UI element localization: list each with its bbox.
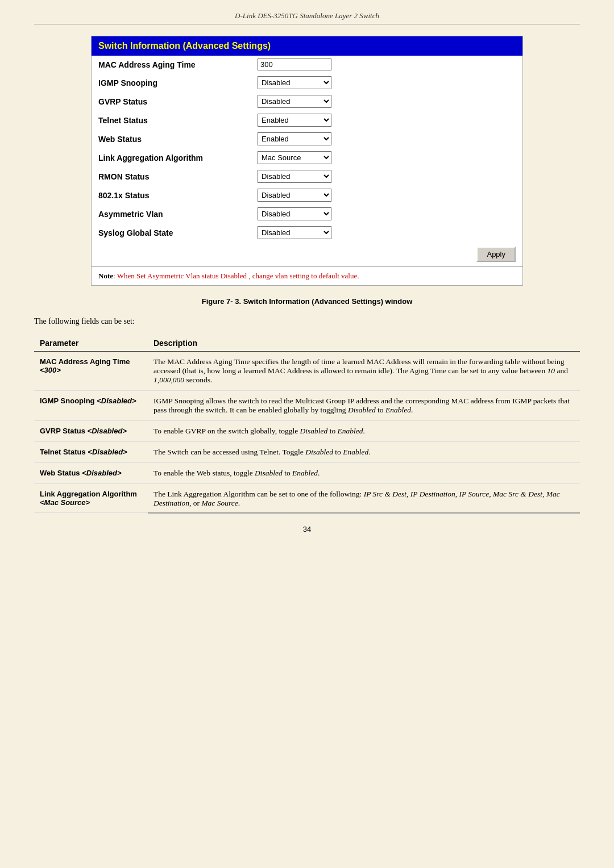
param-name-3: Telnet Status <Disabled> — [34, 442, 148, 463]
param-name-5: Link Aggregation Algorithm <Mac Source> — [34, 484, 148, 513]
field-label-6: RMON Status — [92, 167, 251, 186]
header-title: D-Link DES-3250TG Standalone Layer 2 Swi… — [235, 11, 379, 20]
field-input-9[interactable]: DisabledEnabled — [251, 223, 522, 242]
field-input-5[interactable]: Mac SourceIP Src & DestIP DestinationIP … — [251, 148, 522, 167]
page-number: 34 — [34, 525, 580, 533]
param-desc-1: IGMP Snooping allows the switch to read … — [148, 391, 580, 421]
select-2[interactable]: DisabledEnabled — [258, 95, 331, 108]
select-8[interactable]: DisabledEnabled — [258, 207, 331, 220]
param-desc-5: The Link Aggregation Algorithm can be se… — [148, 484, 580, 513]
field-label-3: Telnet Status — [92, 111, 251, 130]
param-name-1: IGMP Snooping <Disabled> — [34, 391, 148, 421]
note-label: Note — [98, 272, 113, 280]
select-1[interactable]: DisabledEnabled — [258, 76, 331, 89]
field-input-1[interactable]: DisabledEnabled — [251, 73, 522, 92]
text-input-0[interactable] — [258, 59, 331, 70]
field-label-2: GVRP Status — [92, 92, 251, 111]
field-label-5: Link Aggregation Algorithm — [92, 148, 251, 167]
field-input-2[interactable]: DisabledEnabled — [251, 92, 522, 111]
field-input-6[interactable]: DisabledEnabled — [251, 167, 522, 186]
following-text: The following fields can be set: — [34, 317, 580, 326]
param-desc-4: To enable the Web status, toggle Disable… — [148, 463, 580, 484]
field-label-8: Asymmetric Vlan — [92, 205, 251, 223]
param-header: Parameter — [34, 335, 148, 352]
field-input-4[interactable]: DisabledEnabled — [251, 130, 522, 148]
param-name-0: MAC Address Aging Time <300> — [34, 352, 148, 391]
field-input-0[interactable] — [251, 56, 522, 73]
select-4[interactable]: DisabledEnabled — [258, 132, 331, 145]
field-label-4: Web Status — [92, 130, 251, 148]
page-header: D-Link DES-3250TG Standalone Layer 2 Swi… — [34, 11, 580, 24]
desc-header: Description — [148, 335, 580, 352]
switch-info-table: MAC Address Aging TimeIGMP SnoopingDisab… — [92, 56, 522, 242]
select-3[interactable]: DisabledEnabled — [258, 114, 331, 127]
apply-row: Apply — [92, 242, 522, 266]
param-desc-0: The MAC Address Aging Time specifies the… — [148, 352, 580, 391]
param-name-2: GVRP Status <Disabled> — [34, 421, 148, 442]
param-name-4: Web Status <Disabled> — [34, 463, 148, 484]
field-input-3[interactable]: DisabledEnabled — [251, 111, 522, 130]
field-label-0: MAC Address Aging Time — [92, 56, 251, 73]
field-label-9: Syslog Global State — [92, 223, 251, 242]
select-9[interactable]: DisabledEnabled — [258, 226, 331, 239]
select-5[interactable]: Mac SourceIP Src & DestIP DestinationIP … — [258, 151, 331, 164]
switch-info-title: Switch Information (Advanced Settings) — [92, 36, 522, 56]
figure-caption: Figure 7- 3. Switch Information (Advance… — [34, 297, 580, 306]
param-table: Parameter Description MAC Address Aging … — [34, 335, 580, 514]
note-bar: Note: When Set Asymmetric Vlan status Di… — [92, 266, 522, 285]
field-label-1: IGMP Snooping — [92, 73, 251, 92]
switch-info-box: Switch Information (Advanced Settings) M… — [91, 36, 523, 286]
select-6[interactable]: DisabledEnabled — [258, 170, 331, 183]
note-text: : When Set Asymmetric Vlan status Disabl… — [113, 272, 359, 280]
select-7[interactable]: DisabledEnabled — [258, 189, 331, 202]
param-desc-3: The Switch can be accessed using Telnet.… — [148, 442, 580, 463]
param-desc-2: To enable GVRP on the switch globally, t… — [148, 421, 580, 442]
field-label-7: 802.1x Status — [92, 186, 251, 205]
field-input-7[interactable]: DisabledEnabled — [251, 186, 522, 205]
field-input-8[interactable]: DisabledEnabled — [251, 205, 522, 223]
apply-button[interactable]: Apply — [476, 247, 516, 262]
